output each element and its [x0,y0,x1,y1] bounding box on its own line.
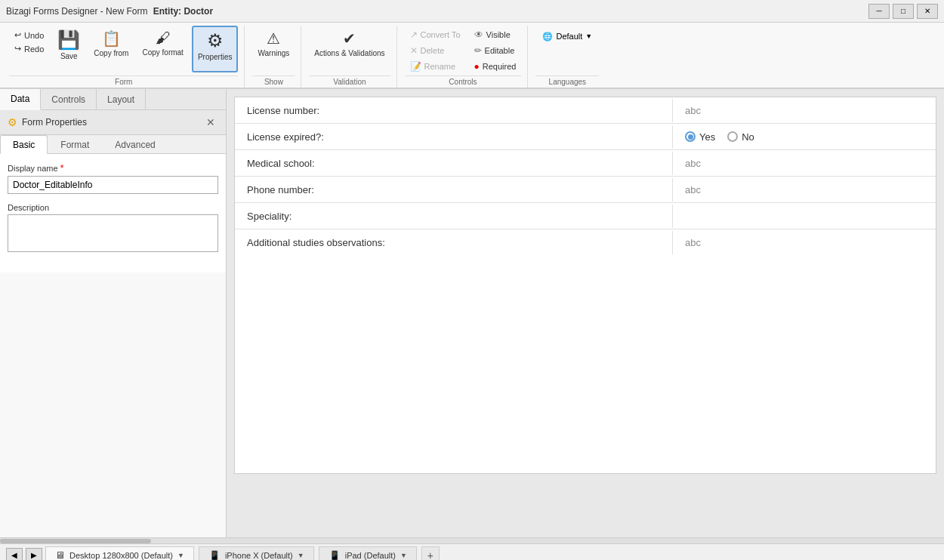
delete-icon: ✕ [410,45,418,56]
ribbon-group-form: ↩ Undo ↪ Redo 💾 Save 📋 Copy from [3,26,245,88]
copy-format-icon: 🖌 [156,29,171,47]
ribbon: ↩ Undo ↪ Redo 💾 Save 📋 Copy from [0,23,944,89]
form-row-additional-studies: Additional studies observations: abc [235,229,936,256]
warnings-button[interactable]: ⚠ Warnings [252,26,295,72]
undo-button[interactable]: ↩ Undo [11,29,48,42]
description-input[interactable] [8,214,218,252]
maximize-button[interactable]: □ [893,4,914,19]
license-expired-label: License expired?: [235,125,673,149]
controls-left-col: ↗ Convert To ✕ Delete 📝 Rename [405,26,466,74]
editable-icon: ✏ [474,45,482,56]
property-tabs: Basic Format Advanced [0,135,226,154]
redo-button[interactable]: ↪ Redo [11,42,48,55]
undo-icon: ↩ [14,30,21,40]
scroll-thumb[interactable] [0,539,151,543]
actions-validations-button[interactable]: ✔ Actions & Validations [309,26,390,72]
iphone-icon: 📱 [208,550,221,561]
save-icon: 💾 [57,29,80,51]
visible-icon: 👁 [474,29,483,40]
license-expired-yes-option[interactable]: Yes [685,131,715,143]
required-icon: ● [474,61,480,72]
ribbon-group-controls-content: ↗ Convert To ✕ Delete 📝 Rename 👁 [405,26,522,74]
license-expired-no-option[interactable]: No [727,131,754,143]
copy-format-button[interactable]: 🖌 Copy format [137,26,188,72]
ipad-icon: 📱 [329,550,341,561]
ribbon-group-validation: ✔ Actions & Validations Validation [303,26,396,88]
medical-school-label: Medical school: [235,152,673,175]
save-button[interactable]: 💾 Save [52,26,85,72]
form-row-speciality: Speciality: [235,203,936,229]
properties-icon: ⚙ [207,30,224,51]
ribbon-group-controls: ↗ Convert To ✕ Delete 📝 Rename 👁 [399,26,529,88]
convert-to-button[interactable]: ↗ Convert To [405,27,466,42]
no-label: No [742,131,754,143]
language-dropdown-button[interactable]: 🌐 Default ▼ [535,26,599,47]
close-button[interactable]: ✕ [917,4,938,19]
properties-button[interactable]: ⚙ Properties [192,26,239,72]
ribbon-groups: ↩ Undo ↪ Redo 💾 Save 📋 Copy from [0,26,944,88]
next-nav-button[interactable]: ▶ [26,548,42,561]
warnings-icon: ⚠ [267,29,280,48]
redo-icon: ↪ [14,44,21,54]
property-content: Display name * Description [0,154,226,272]
ribbon-group-validation-content: ✔ Actions & Validations [309,26,390,74]
additional-studies-label: Additional studies observations: [235,231,673,254]
device-tab-desktop[interactable]: 🖥 Desktop 1280x800 (Default) ▼ [45,546,194,561]
show-group-label: Show [252,75,295,88]
entity-label: Entity: Doctor [153,6,213,17]
yes-label: Yes [699,131,715,143]
copy-from-button[interactable]: 📋 Copy from [88,26,134,72]
form-properties-header: ⚙ Form Properties ✕ [0,110,226,135]
phone-number-label: Phone number: [235,178,673,202]
form-row-license-number: License number: abc [235,97,936,124]
undo-redo-section: ↩ Undo ↪ Redo [9,26,49,58]
add-device-tab-button[interactable]: + [421,546,440,561]
display-name-label: Display name * [8,163,218,174]
form-row-license-expired: License expired?: Yes No [235,124,936,150]
visible-button[interactable]: 👁 Visible [469,27,522,42]
convert-to-icon: ↗ [410,29,418,40]
license-number-label: License number: [235,99,673,122]
form-group-label: Form [9,75,238,88]
left-panel: Data Controls Layout ⚙ Form Properties ✕… [0,89,227,537]
controls-group-label: Controls [405,75,522,88]
yes-radio-circle [685,131,696,142]
desktop-label: Desktop 1280x800 (Default) [69,551,173,560]
app-title: Bizagi Forms Designer - New Form Entity:… [6,6,213,17]
rename-button[interactable]: 📝 Rename [405,59,466,74]
minimize-button[interactable]: ─ [868,4,890,19]
prev-nav-button[interactable]: ◀ [6,548,23,561]
required-button[interactable]: ● Required [469,59,522,74]
horizontal-scrollbar[interactable] [0,537,944,543]
window-controls: ─ □ ✕ [868,4,938,19]
desktop-dropdown-arrow-icon: ▼ [177,552,184,559]
prop-tab-format[interactable]: Format [48,135,102,154]
language-globe-icon: 🌐 [542,32,553,42]
prop-tab-advanced[interactable]: Advanced [102,135,168,154]
form-properties-close-button[interactable]: ✕ [203,115,218,130]
form-row-phone-number: Phone number: abc [235,177,936,203]
delete-button[interactable]: ✕ Delete [405,43,466,58]
right-content: License number: abc License expired?: Ye… [227,89,944,537]
display-name-input[interactable] [8,176,218,194]
editable-button[interactable]: ✏ Editable [469,43,522,58]
title-bar: Bizagi Forms Designer - New Form Entity:… [0,0,944,23]
speciality-label: Speciality: [235,205,673,228]
device-tab-ipad[interactable]: 📱 iPad (Default) ▼ [319,546,417,561]
ribbon-group-show: ⚠ Warnings Show [246,26,301,88]
iphone-dropdown-arrow-icon: ▼ [298,552,304,559]
controls-right-col: 👁 Visible ✏ Editable ● Required [469,26,522,74]
form-properties-title: ⚙ Form Properties [8,116,87,128]
license-expired-value: Yes No [673,125,936,149]
tab-layout[interactable]: Layout [97,89,146,109]
ribbon-group-show-content: ⚠ Warnings [252,26,295,74]
tab-controls[interactable]: Controls [41,89,97,109]
ipad-label: iPad (Default) [345,551,396,560]
tab-data[interactable]: Data [0,89,41,110]
actions-validations-icon: ✔ [343,29,356,48]
device-tab-iphone[interactable]: 📱 iPhone X (Default) ▼ [199,546,314,561]
additional-studies-value: abc [673,231,936,254]
speciality-value [673,210,936,222]
iphone-label: iPhone X (Default) [225,551,293,560]
prop-tab-basic[interactable]: Basic [0,135,48,154]
